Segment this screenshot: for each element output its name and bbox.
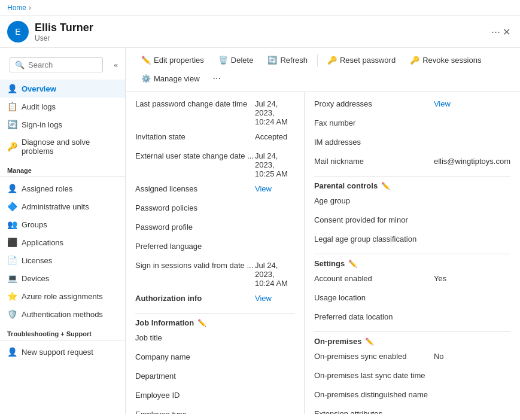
search-icon: 🔍 bbox=[15, 60, 25, 69]
job-edit-icon[interactable]: ✏️ bbox=[197, 319, 206, 327]
sidebar-item-diagnose[interactable]: 🔑 Diagnose and solve problems bbox=[0, 133, 125, 160]
divider-parental bbox=[314, 176, 510, 176]
sidebar-item-audit-logs[interactable]: 📋 Audit logs bbox=[0, 98, 125, 115]
prop-sign-in-sessions: Sign in sessions valid from date ... Jul… bbox=[135, 261, 294, 288]
on-premises-section-header: On-premises ✏️ bbox=[314, 337, 510, 346]
troubleshooting-section-label: Troubleshooting + Support bbox=[0, 323, 125, 340]
licenses-icon: 📄 bbox=[7, 255, 17, 265]
delete-button[interactable]: 🗑️ Delete bbox=[212, 53, 260, 68]
sidebar: 🔍 « 👤 Overview 📋 Audit logs 🔄 Sign-in lo… bbox=[0, 48, 126, 414]
prop-label-age-group: Age group bbox=[314, 196, 434, 205]
prop-value-mail-nickname: ellis@wingtiptoys.com bbox=[434, 157, 510, 166]
sidebar-item-licenses[interactable]: 📄 Licenses bbox=[0, 251, 125, 269]
sidebar-item-devices[interactable]: 💻 Devices bbox=[0, 269, 125, 287]
prop-label-sign-in: Sign in sessions valid from date ... bbox=[135, 261, 255, 270]
sidebar-item-sign-in-logs[interactable]: 🔄 Sign-in logs bbox=[0, 115, 125, 133]
sidebar-item-sign-in-logs-label: Sign-in logs bbox=[22, 120, 62, 129]
sign-in-logs-icon: 🔄 bbox=[7, 120, 17, 129]
prop-last-sync-date: On-premises last sync date time bbox=[314, 371, 510, 384]
sidebar-item-groups-label: Groups bbox=[22, 220, 47, 229]
settings-edit-icon[interactable]: ✏️ bbox=[348, 260, 357, 268]
prop-usage-location: Usage location bbox=[314, 293, 510, 306]
manage-view-label: Manage view bbox=[154, 74, 200, 83]
prop-label-external: External user state change date ... bbox=[135, 151, 255, 160]
prop-label-invitation: Invitation state bbox=[135, 132, 255, 141]
sidebar-item-azure-roles[interactable]: ⭐ Azure role assignments bbox=[0, 287, 125, 305]
audit-logs-icon: 📋 bbox=[7, 102, 17, 111]
sidebar-item-audit-logs-label: Audit logs bbox=[22, 102, 56, 111]
prop-employee-type: Employee type bbox=[135, 410, 294, 414]
sidebar-item-auth-methods-label: Authentication methods bbox=[22, 310, 103, 319]
prop-label-pwd-profile: Password profile bbox=[135, 223, 255, 232]
auth-methods-icon: 🛡️ bbox=[7, 309, 17, 319]
prop-employee-id: Employee ID bbox=[135, 391, 294, 404]
close-button[interactable]: ✕ bbox=[500, 24, 513, 40]
prop-label-employee-id: Employee ID bbox=[135, 391, 255, 400]
revoke-sessions-button[interactable]: 🔑 Revoke sessions bbox=[404, 53, 487, 68]
content-area: ✏️ Edit properties 🗑️ Delete 🔄 Refresh 🔑… bbox=[126, 48, 520, 414]
prop-legal-age-group: Legal age group classification bbox=[314, 235, 510, 248]
settings-section-title: Settings bbox=[314, 259, 345, 268]
header-more-button[interactable]: ··· bbox=[491, 26, 500, 38]
top-bar: Home › bbox=[0, 0, 520, 16]
reset-password-button[interactable]: 🔑 Reset password bbox=[321, 53, 402, 68]
sidebar-item-groups[interactable]: 👥 Groups bbox=[0, 215, 125, 233]
prop-label-auth-info: Authorization info bbox=[135, 294, 255, 303]
prop-value-invitation: Accepted bbox=[255, 132, 294, 141]
prop-label-account-enabled: Account enabled bbox=[314, 274, 434, 283]
sidebar-item-admin-units-label: Administrative units bbox=[22, 202, 89, 211]
parental-edit-icon[interactable]: ✏️ bbox=[381, 182, 390, 190]
divider-job bbox=[135, 313, 294, 314]
prop-department: Department bbox=[135, 372, 294, 385]
search-input[interactable] bbox=[28, 60, 98, 69]
prop-link-proxy[interactable]: View bbox=[434, 99, 510, 108]
sidebar-item-admin-units[interactable]: 🔷 Administrative units bbox=[0, 197, 125, 215]
edit-properties-button[interactable]: ✏️ Edit properties bbox=[135, 53, 210, 68]
prop-mail-nickname: Mail nickname ellis@wingtiptoys.com bbox=[314, 157, 510, 170]
toolbar-more-button[interactable]: ··· bbox=[208, 70, 226, 87]
parental-section-title: Parental controls bbox=[314, 181, 378, 190]
prop-link-licenses[interactable]: View bbox=[255, 184, 294, 193]
prop-link-auth-info[interactable]: View bbox=[255, 294, 294, 303]
prop-account-enabled: Account enabled Yes bbox=[314, 274, 510, 287]
prop-label-extension: Extension attributes bbox=[314, 409, 434, 414]
page-header: E Ellis Turner User ··· ✕ bbox=[0, 16, 520, 48]
prop-im-addresses: IM addresses bbox=[314, 138, 510, 151]
reset-password-icon: 🔑 bbox=[327, 56, 337, 65]
sidebar-item-assigned-roles[interactable]: 👤 Assigned roles bbox=[0, 179, 125, 197]
toolbar-separator bbox=[317, 54, 318, 66]
refresh-button[interactable]: 🔄 Refresh bbox=[261, 53, 314, 68]
edit-properties-label: Edit properties bbox=[154, 56, 204, 65]
overview-icon: 👤 bbox=[7, 84, 17, 93]
delete-label: Delete bbox=[231, 56, 254, 65]
sidebar-item-overview[interactable]: 👤 Overview bbox=[0, 80, 125, 98]
manage-view-button[interactable]: ⚙️ Manage view bbox=[135, 71, 206, 86]
delete-icon: 🗑️ bbox=[218, 56, 228, 65]
on-premises-edit-icon[interactable]: ✏️ bbox=[365, 337, 374, 346]
admin-units-icon: 🔷 bbox=[7, 202, 17, 211]
groups-icon: 👥 bbox=[7, 220, 17, 229]
prop-proxy-addresses: Proxy addresses View bbox=[314, 99, 510, 112]
prop-age-group: Age group bbox=[314, 196, 510, 209]
breadcrumb-home[interactable]: Home bbox=[7, 4, 26, 12]
refresh-label: Refresh bbox=[280, 56, 308, 65]
prop-last-pwd-change: Last password change date time Jul 24, 2… bbox=[135, 99, 294, 126]
prop-value-last-pwd: Jul 24, 2023, 10:24 AM bbox=[255, 99, 294, 126]
sidebar-item-new-support[interactable]: 👤 New support request bbox=[0, 343, 125, 361]
prop-assigned-licenses: Assigned licenses View bbox=[135, 184, 294, 197]
prop-label-usage-location: Usage location bbox=[314, 293, 434, 302]
diagnose-icon: 🔑 bbox=[7, 142, 17, 151]
prop-value-account-enabled: Yes bbox=[434, 274, 510, 283]
prop-password-policies: Password policies bbox=[135, 203, 294, 217]
prop-label-im: IM addresses bbox=[314, 138, 434, 147]
devices-icon: 💻 bbox=[7, 273, 17, 283]
prop-label-last-pwd: Last password change date time bbox=[135, 99, 255, 108]
toolbar: ✏️ Edit properties 🗑️ Delete 🔄 Refresh 🔑… bbox=[126, 48, 520, 92]
prop-label-department: Department bbox=[135, 372, 255, 381]
prop-label-distinguished: On-premises distinguished name bbox=[314, 390, 434, 399]
divider-settings bbox=[314, 254, 510, 254]
sidebar-collapse-button[interactable]: « bbox=[111, 60, 120, 71]
sidebar-item-auth-methods[interactable]: 🛡️ Authentication methods bbox=[0, 305, 125, 323]
sidebar-item-applications[interactable]: ⬛ Applications bbox=[0, 233, 125, 251]
prop-invitation-state: Invitation state Accepted bbox=[135, 132, 294, 145]
